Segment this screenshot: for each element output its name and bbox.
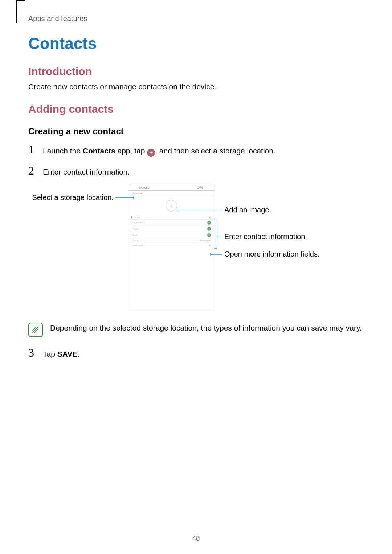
page-corner-horizontal: [16, 0, 25, 1]
step-2: 2 Enter contact information.: [28, 164, 364, 177]
section-introduction: Introduction: [28, 65, 364, 78]
note: Depending on the selected storage locati…: [28, 323, 364, 337]
section-adding-contacts: Adding contacts: [28, 103, 364, 115]
note-icon: [28, 323, 43, 337]
step-number: 3: [28, 346, 36, 360]
step-text-segment: Tap: [43, 350, 57, 358]
step-text-segment: .: [77, 350, 79, 358]
page-content: Contacts Introduction Create new contact…: [28, 34, 364, 367]
step-text-segment: , and then select a storage location.: [155, 147, 275, 155]
subsection-creating-contact: Creating a new contact: [28, 126, 364, 136]
intro-text: Create new contacts or manage contacts o…: [28, 81, 364, 92]
page-corner-vertical: [16, 0, 17, 23]
step-text: Tap SAVE.: [43, 349, 79, 359]
step-number: 1: [28, 143, 36, 156]
step-text-bold: SAVE: [57, 350, 78, 358]
step-3: 3 Tap SAVE.: [28, 346, 364, 360]
leader-lines: [28, 185, 355, 315]
page-title: Contacts: [28, 34, 364, 53]
note-text: Depending on the selected storage locati…: [50, 323, 362, 333]
step-text: Enter contact information.: [43, 167, 130, 177]
step-text: Launch the Contacts app, tap +, and then…: [43, 145, 275, 157]
step-text-bold: Contacts: [83, 147, 115, 155]
plus-icon: +: [147, 149, 155, 157]
step-1: 1 Launch the Contacts app, tap +, and th…: [28, 143, 364, 157]
diagram: CANCEL SAVE Phone ◎ Name Organisation + …: [28, 185, 364, 315]
breadcrumb: Apps and features: [28, 15, 87, 23]
page-number: 48: [0, 534, 392, 542]
step-number: 2: [28, 164, 36, 177]
step-text-segment: app, tap: [115, 147, 147, 155]
step-text-segment: Launch the: [43, 147, 83, 155]
